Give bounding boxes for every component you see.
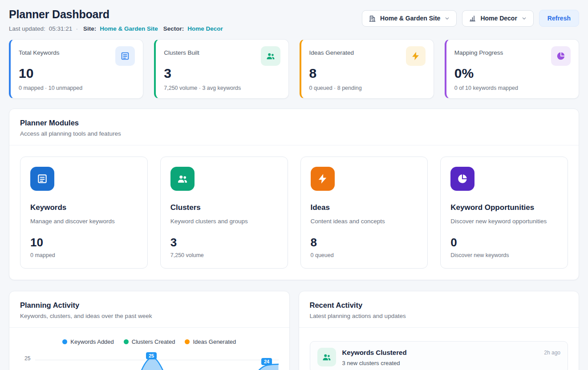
stat-label: Total Keywords: [19, 46, 60, 56]
module-value: 10: [30, 236, 138, 249]
stat-label: Mapping Progress: [454, 46, 503, 56]
sector-selector-label: Home Decor: [480, 15, 517, 22]
site-selector[interactable]: Home & Garden Site: [362, 10, 457, 27]
planner-modules-panel: Planner Modules Access all planning tool…: [9, 109, 579, 280]
stat-detail: 7,250 volume · 3 avg keywords: [164, 85, 280, 91]
stat-label: Clusters Built: [164, 46, 199, 56]
legend-dot-icon: [62, 339, 67, 344]
module-value: 8: [311, 236, 418, 249]
site-link[interactable]: Home & Garden Site: [100, 25, 158, 32]
planner-modules-header: Planner Modules Access all planning tool…: [9, 109, 579, 145]
stat-detail: 0 mapped · 10 unmapped: [19, 85, 135, 91]
module-title: Ideas: [311, 203, 418, 212]
stat-detail: 0 of 10 keywords mapped: [454, 85, 571, 91]
stat-label: Ideas Generated: [309, 46, 354, 56]
stat-card-mapping-progress: Mapping Progress 0% 0 of 10 keywords map…: [445, 39, 579, 99]
module-card-keyword-opportunities[interactable]: Keyword Opportunities Discover new keywo…: [440, 157, 568, 269]
activity-list: Keywords Clustered 3 new clusters create…: [299, 328, 579, 370]
stats-row: Total Keywords 10 0 mapped · 10 unmapped…: [9, 39, 579, 99]
pie-chart-icon: [551, 46, 571, 66]
module-detail: Discover new keywords: [450, 252, 558, 258]
lightning-icon: [311, 167, 335, 191]
section-subtitle: Keywords, clusters, and ideas over the p…: [20, 313, 279, 319]
building-icon: [369, 15, 376, 22]
activity-body: Keywords Clustered 3 new clusters create…: [342, 348, 538, 366]
module-title: Keyword Opportunities: [450, 203, 558, 212]
section-title: Planning Activity: [20, 301, 279, 310]
module-description: Keyword clusters and groups: [170, 218, 278, 225]
sector-label: Sector:: [163, 25, 184, 32]
header-left: Planner Dashboard Last updated: 05:31:21…: [9, 7, 223, 32]
activity-list-item: Keywords Clustered 3 new clusters create…: [310, 341, 568, 370]
legend-dot-icon: [124, 339, 129, 344]
stat-value: 10: [19, 66, 135, 80]
stat-card-total-keywords: Total Keywords 10 0 mapped · 10 unmapped: [9, 39, 143, 99]
section-subtitle: Access all planning tools and features: [20, 130, 568, 137]
users-icon: [170, 167, 195, 191]
module-value: 0: [450, 236, 558, 249]
planning-activity-chart: 25 25 24: [20, 349, 279, 370]
sector-link[interactable]: Home Decor: [187, 25, 223, 32]
activity-timestamp: 2h ago: [544, 348, 560, 356]
planning-activity-panel: Planning Activity Keywords, clusters, an…: [9, 291, 290, 370]
pie-chart-icon: [450, 167, 474, 191]
planner-dashboard-page: Planner Dashboard Last updated: 05:31:21…: [0, 0, 588, 370]
module-title: Clusters: [170, 203, 278, 212]
last-updated-value: 05:31:21: [49, 25, 73, 32]
page-title: Planner Dashboard: [9, 8, 223, 21]
activity-description: 3 new clusters created: [342, 360, 538, 366]
module-card-keywords[interactable]: Keywords Manage and discover keywords 10…: [20, 157, 148, 269]
y-axis-tick: 25: [24, 355, 30, 362]
modules-grid: Keywords Manage and discover keywords 10…: [9, 145, 579, 280]
module-description: Manage and discover keywords: [30, 218, 138, 225]
stat-value: 3: [164, 66, 280, 80]
module-description: Discover new keyword opportunities: [450, 218, 558, 225]
meta-separator: ·: [76, 25, 78, 32]
header-meta: Last updated: 05:31:21 · Site: Home & Ga…: [9, 25, 223, 32]
stat-value: 8: [309, 66, 426, 80]
activity-title: Keywords Clustered: [342, 349, 538, 356]
sector-selector[interactable]: Home Decor: [462, 10, 533, 27]
last-updated-label: Last updated:: [9, 25, 45, 32]
recent-activity-panel: Recent Activity Latest planning actions …: [299, 291, 580, 370]
legend-item-clusters-created: Clusters Created: [124, 338, 175, 345]
page-header: Planner Dashboard Last updated: 05:31:21…: [9, 7, 579, 32]
planning-activity-header: Planning Activity Keywords, clusters, an…: [9, 291, 289, 328]
keywords-added-area-series: [35, 349, 279, 370]
data-point-badge: 24: [261, 358, 272, 365]
module-card-ideas[interactable]: Ideas Content ideas and concepts 8 0 que…: [300, 157, 428, 269]
module-detail: 7,250 volume: [170, 252, 278, 258]
section-subtitle: Latest planning actions and updates: [310, 313, 568, 319]
module-detail: 0 queued: [311, 252, 418, 258]
stat-value: 0%: [454, 66, 571, 80]
document-icon: [30, 167, 54, 191]
legend-dot-icon: [185, 339, 190, 344]
chart-legend: Keywords Added Clusters Created Ideas Ge…: [9, 338, 289, 345]
legend-label: Keywords Added: [70, 338, 114, 345]
users-icon: [317, 348, 336, 366]
site-label: Site:: [83, 25, 96, 32]
legend-label: Ideas Generated: [193, 338, 236, 345]
bar-chart-icon: [469, 15, 476, 22]
stat-card-ideas-generated: Ideas Generated 8 0 queued · 8 pending: [300, 39, 434, 99]
bottom-row: Planning Activity Keywords, clusters, an…: [9, 291, 579, 370]
stat-detail: 0 queued · 8 pending: [309, 85, 426, 91]
legend-item-keywords-added: Keywords Added: [62, 338, 114, 345]
users-icon: [261, 46, 280, 66]
document-icon: [115, 46, 135, 66]
module-card-clusters[interactable]: Clusters Keyword clusters and groups 3 7…: [160, 157, 288, 269]
header-actions: Home & Garden Site Home Decor Refresh: [362, 10, 579, 27]
section-title: Recent Activity: [310, 301, 568, 310]
lightning-icon: [406, 46, 426, 66]
legend-item-ideas-generated: Ideas Generated: [185, 338, 236, 345]
chevron-down-icon: [521, 16, 527, 21]
module-description: Content ideas and concepts: [311, 218, 418, 225]
module-detail: 0 mapped: [30, 252, 138, 258]
site-selector-label: Home & Garden Site: [380, 15, 440, 22]
refresh-button[interactable]: Refresh: [539, 10, 579, 27]
legend-label: Clusters Created: [132, 338, 175, 345]
module-title: Keywords: [30, 203, 138, 212]
module-value: 3: [170, 236, 278, 249]
data-point-badge: 25: [146, 352, 157, 359]
section-title: Planner Modules: [20, 119, 568, 127]
